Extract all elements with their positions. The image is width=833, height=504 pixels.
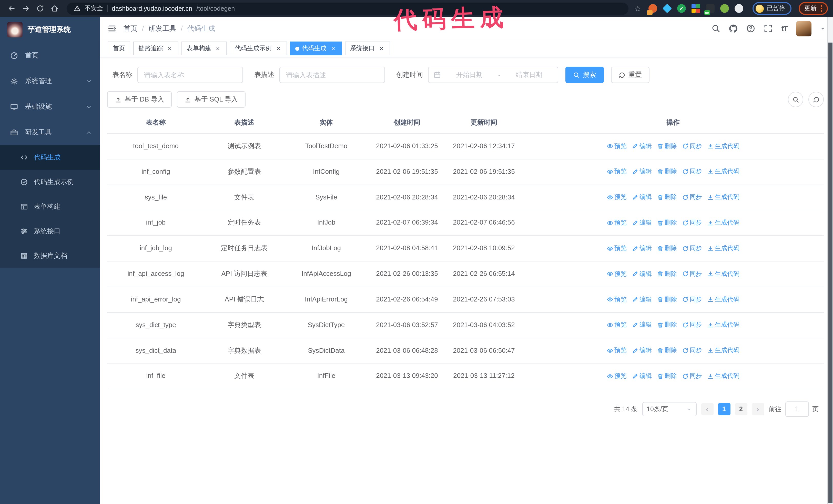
action-同步[interactable]: 同步 (682, 270, 702, 279)
toggle-search-button[interactable] (788, 92, 803, 107)
fullscreen-icon[interactable] (764, 24, 773, 33)
action-编辑[interactable]: 编辑 (632, 244, 652, 253)
action-生成代码[interactable]: 生成代码 (707, 346, 739, 355)
reload-icon[interactable] (34, 2, 46, 15)
action-生成代码[interactable]: 生成代码 (707, 295, 739, 304)
action-编辑[interactable]: 编辑 (632, 193, 652, 202)
key-extension-icon[interactable] (720, 4, 729, 13)
help-icon[interactable] (747, 24, 755, 33)
action-同步[interactable]: 同步 (682, 244, 702, 253)
action-预览[interactable]: 预览 (607, 218, 627, 227)
action-删除[interactable]: 删除 (657, 346, 677, 355)
action-预览[interactable]: 预览 (607, 346, 627, 355)
search-button[interactable]: 搜索 (565, 67, 604, 83)
action-预览[interactable]: 预览 (607, 295, 627, 304)
sidebar-subitem-系统接口[interactable]: 系统接口 (0, 219, 100, 243)
breadcrumb-item[interactable]: 研发工具 (149, 24, 176, 33)
action-删除[interactable]: 删除 (657, 295, 677, 304)
address-bar[interactable]: 不安全 dashboard.yudao.iocoder.cn/tool/code… (67, 2, 628, 15)
action-编辑[interactable]: 编辑 (632, 346, 652, 355)
chevron-down-icon[interactable] (820, 26, 825, 31)
action-删除[interactable]: 删除 (657, 193, 677, 202)
sidebar-item-首页[interactable]: 首页 (0, 43, 100, 68)
action-同步[interactable]: 同步 (682, 295, 702, 304)
action-预览[interactable]: 预览 (607, 167, 627, 176)
action-编辑[interactable]: 编辑 (632, 218, 652, 227)
page-size-select[interactable]: 10条/页 (642, 402, 696, 416)
proxy-extension-icon[interactable] (648, 4, 657, 13)
date-range-picker[interactable]: 开始日期 - 结束日期 (428, 67, 558, 83)
bookmark-star-icon[interactable]: ☆ (634, 4, 641, 13)
tab-首页[interactable]: 首页 (108, 42, 130, 55)
refresh-table-button[interactable] (808, 92, 824, 107)
update-button[interactable]: 更新 (799, 2, 828, 15)
github-icon[interactable] (729, 24, 738, 33)
tab-系统接口[interactable]: 系统接口 × (345, 42, 390, 55)
action-生成代码[interactable]: 生成代码 (707, 244, 739, 253)
table-name-input[interactable] (137, 67, 243, 83)
action-删除[interactable]: 删除 (657, 218, 677, 227)
action-删除[interactable]: 删除 (657, 321, 677, 330)
grid-extension-icon[interactable] (691, 4, 700, 13)
tab-代码生成[interactable]: 代码生成 × (290, 42, 342, 55)
onoff-extension-icon[interactable]: on (706, 4, 715, 13)
next-page-button[interactable]: › (752, 403, 764, 415)
action-生成代码[interactable]: 生成代码 (707, 218, 739, 227)
import-db-button[interactable]: 基于 DB 导入 (107, 91, 172, 108)
close-icon[interactable]: × (275, 45, 282, 52)
paw-extension-icon[interactable] (735, 4, 743, 13)
action-同步[interactable]: 同步 (682, 193, 702, 202)
sidebar-item-基础设施[interactable]: 基础设施 (0, 94, 100, 119)
sidebar-item-系统管理[interactable]: 系统管理 (0, 68, 100, 94)
home-icon[interactable] (48, 2, 61, 15)
reset-button[interactable]: 重置 (611, 67, 649, 83)
close-icon[interactable]: × (330, 45, 337, 52)
action-编辑[interactable]: 编辑 (632, 167, 652, 176)
action-同步[interactable]: 同步 (682, 142, 702, 151)
action-同步[interactable]: 同步 (682, 346, 702, 355)
table-desc-input[interactable] (279, 67, 385, 83)
action-删除[interactable]: 删除 (657, 270, 677, 279)
action-编辑[interactable]: 编辑 (632, 142, 652, 151)
sidebar-subitem-代码生成示例[interactable]: 代码生成示例 (0, 170, 100, 194)
action-生成代码[interactable]: 生成代码 (707, 142, 739, 151)
action-生成代码[interactable]: 生成代码 (707, 372, 739, 381)
action-预览[interactable]: 预览 (607, 142, 627, 151)
tab-链路追踪[interactable]: 链路追踪 × (133, 42, 178, 55)
font-size-icon[interactable]: tT (782, 24, 787, 32)
prev-page-button[interactable]: ‹ (701, 403, 713, 415)
action-删除[interactable]: 删除 (657, 372, 677, 381)
action-预览[interactable]: 预览 (607, 244, 627, 253)
import-sql-button[interactable]: 基于 SQL 导入 (177, 91, 246, 108)
action-编辑[interactable]: 编辑 (632, 295, 652, 304)
sidebar-subitem-数据库文档[interactable]: 数据库文档 (0, 243, 100, 268)
action-同步[interactable]: 同步 (682, 167, 702, 176)
avatar[interactable] (796, 21, 811, 36)
action-删除[interactable]: 删除 (657, 244, 677, 253)
scrollbar[interactable] (827, 17, 833, 504)
back-icon[interactable] (5, 2, 18, 15)
action-删除[interactable]: 删除 (657, 142, 677, 151)
close-icon[interactable]: × (378, 45, 385, 52)
action-编辑[interactable]: 编辑 (632, 270, 652, 279)
search-icon[interactable] (712, 24, 720, 33)
action-同步[interactable]: 同步 (682, 218, 702, 227)
action-生成代码[interactable]: 生成代码 (707, 167, 739, 176)
action-预览[interactable]: 预览 (607, 270, 627, 279)
action-预览[interactable]: 预览 (607, 321, 627, 330)
browser-menu-icon[interactable] (821, 5, 822, 12)
action-同步[interactable]: 同步 (682, 321, 702, 330)
forward-icon[interactable] (20, 2, 32, 15)
collapse-sidebar-icon[interactable] (108, 24, 116, 33)
action-预览[interactable]: 预览 (607, 193, 627, 202)
sidebar-item-研发工具[interactable]: 研发工具 (0, 119, 100, 145)
gem-extension-icon[interactable] (663, 4, 671, 13)
goto-page-input[interactable] (785, 402, 809, 417)
action-编辑[interactable]: 编辑 (632, 321, 652, 330)
page-2-button[interactable]: 2 (735, 403, 747, 415)
tab-表单构建[interactable]: 表单构建 × (182, 42, 227, 55)
action-同步[interactable]: 同步 (682, 372, 702, 381)
tab-代码生成示例[interactable]: 代码生成示例 × (230, 42, 287, 55)
page-1-button[interactable]: 1 (718, 403, 730, 415)
scrollbar-thumb[interactable] (828, 43, 832, 503)
